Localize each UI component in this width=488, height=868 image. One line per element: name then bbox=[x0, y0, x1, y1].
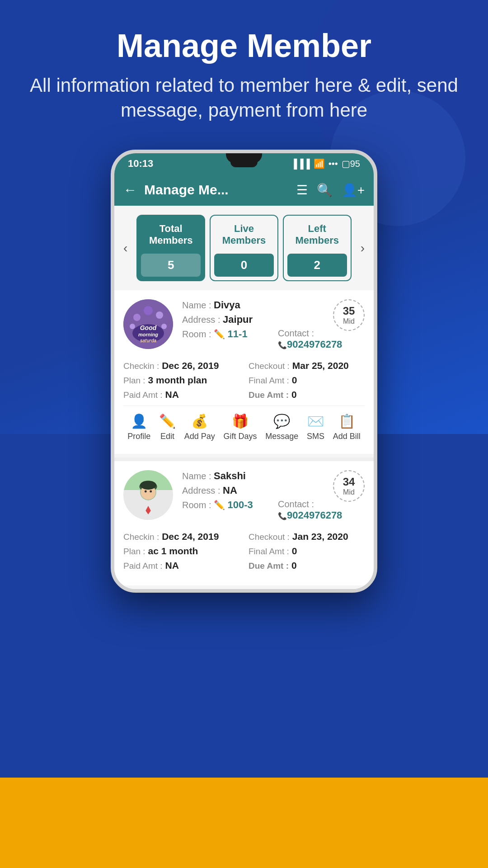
sakshi-avatar-svg bbox=[128, 479, 169, 520]
back-button[interactable]: ← bbox=[123, 182, 137, 198]
stat-left-value: 2 bbox=[287, 254, 347, 277]
sms-label: SMS bbox=[307, 432, 324, 441]
sakshi-due-amt-key: Due Amt : bbox=[249, 561, 289, 571]
sakshi-checkin-val: Dec 24, 2019 bbox=[162, 531, 219, 542]
sakshi-final-amt-val: 0 bbox=[292, 546, 297, 557]
stat-left-label: Left Members bbox=[284, 216, 351, 250]
sakshi-checkin-key: Checkin : bbox=[123, 532, 159, 542]
sakshi-room: 100-3 bbox=[228, 499, 253, 510]
app-content: ‹ TotalMembers 5 Live Members 0 Left Mem… bbox=[114, 206, 374, 589]
sms-action[interactable]: ✉️ SMS bbox=[307, 413, 324, 441]
addpay-label: Add Pay bbox=[184, 432, 215, 441]
app-bar-actions: ☰ 🔍 👤+ bbox=[296, 183, 365, 198]
avatar-divya: Good morning saturda bbox=[123, 299, 173, 349]
sakshi-checkout-val: Jan 23, 2020 bbox=[292, 531, 348, 542]
divya-checkout: Checkout : Mar 25, 2020 bbox=[249, 360, 365, 371]
due-amt-key: Due Amt : bbox=[249, 390, 289, 400]
checkout-key: Checkout : bbox=[249, 361, 290, 371]
sakshi-room-col: Room : ✏️ 100-3 bbox=[182, 499, 269, 521]
profile-icon: 👤 bbox=[131, 413, 147, 429]
next-chevron[interactable]: › bbox=[356, 236, 369, 260]
plan-key: Plan : bbox=[123, 376, 145, 386]
addbill-label: Add Bill bbox=[333, 432, 361, 441]
stat-card-live[interactable]: Live Members 0 bbox=[210, 215, 278, 281]
avatar-sakshi bbox=[123, 470, 173, 520]
sakshi-checkin: Checkin : Dec 24, 2019 bbox=[123, 531, 239, 542]
divya-room: 11-1 bbox=[228, 328, 248, 340]
divya-paid-amt-val: NA bbox=[165, 389, 179, 400]
giftdays-action[interactable]: 🎁 Gift Days bbox=[223, 413, 257, 441]
header-section: Manage Member All information related to… bbox=[0, 0, 488, 141]
message-icon: 💬 bbox=[273, 413, 290, 429]
stat-live-value: 0 bbox=[214, 254, 274, 277]
address-label: Address : bbox=[182, 315, 223, 325]
badge-label-sakshi: Mid bbox=[343, 488, 355, 496]
badge-label-divya: Mid bbox=[343, 317, 355, 326]
sakshi-due-amt-val: 0 bbox=[291, 560, 297, 571]
giftdays-label: Gift Days bbox=[223, 432, 257, 441]
stats-row: ‹ TotalMembers 5 Live Members 0 Left Mem… bbox=[114, 206, 374, 290]
prev-chevron[interactable]: ‹ bbox=[119, 236, 132, 260]
app-bar-title: Manage Me... bbox=[144, 182, 289, 198]
sakshi-contact: 9024976278 bbox=[287, 509, 342, 521]
search-icon[interactable]: 🔍 bbox=[317, 183, 333, 198]
add-member-icon[interactable]: 👤+ bbox=[342, 183, 365, 198]
card-divider bbox=[114, 458, 374, 461]
sakshi-contact-label: Contact : bbox=[278, 499, 314, 509]
sakshi-paid-amt-key: Paid Amt : bbox=[123, 561, 163, 571]
svg-point-15 bbox=[140, 481, 156, 490]
stat-card-total[interactable]: TotalMembers 5 bbox=[136, 215, 205, 281]
svg-point-2 bbox=[133, 314, 141, 321]
svg-text:saturda: saturda bbox=[140, 338, 157, 343]
sakshi-paid-amt-val: NA bbox=[165, 560, 179, 571]
divya-address: Jaipur bbox=[223, 314, 253, 325]
svg-point-5 bbox=[130, 324, 135, 329]
divya-room-contact: Room : ✏️ 11-1 Contact : 📞9024976278 bbox=[182, 328, 365, 350]
svg-text:Good: Good bbox=[140, 324, 157, 331]
filter-icon[interactable]: ☰ bbox=[296, 183, 308, 198]
checkin-key: Checkin : bbox=[123, 361, 159, 371]
sakshi-room-contact: Room : ✏️ 100-3 Contact : 📞9024976278 bbox=[182, 499, 365, 521]
svg-text:morning: morning bbox=[138, 332, 158, 337]
divya-name: Divya bbox=[214, 299, 240, 311]
profile-action[interactable]: 👤 Profile bbox=[127, 413, 150, 441]
sakshi-plan-val: ac 1 month bbox=[148, 546, 198, 557]
addbill-action[interactable]: 📋 Add Bill bbox=[333, 413, 361, 441]
stat-total-value: 5 bbox=[141, 254, 201, 277]
paid-amt-key: Paid Amt : bbox=[123, 390, 163, 400]
name-label: Name : bbox=[182, 300, 214, 310]
badge-num-sakshi: 34 bbox=[343, 476, 355, 488]
sakshi-contact-col: Contact : 📞9024976278 bbox=[278, 499, 365, 521]
battery-icon: ▢95 bbox=[342, 158, 360, 169]
divya-checkout-val: Mar 25, 2020 bbox=[292, 360, 349, 371]
sakshi-plan-key: Plan : bbox=[123, 547, 145, 557]
svg-point-3 bbox=[144, 306, 153, 315]
sakshi-paid-amt: Paid Amt : NA bbox=[123, 560, 239, 571]
page-subtitle: All information related to member here &… bbox=[0, 73, 488, 123]
addpay-action[interactable]: 💰 Add Pay bbox=[184, 413, 215, 441]
sakshi-room-label: Room : ✏️ bbox=[182, 500, 228, 510]
status-time: 10:13 bbox=[128, 158, 153, 170]
final-amt-key: Final Amt : bbox=[249, 376, 289, 386]
phone-icon-divya: 📞 bbox=[278, 341, 287, 349]
edit-action[interactable]: ✏️ Edit bbox=[159, 413, 176, 441]
sakshi-final-amt-key: Final Amt : bbox=[249, 547, 289, 557]
divya-checkin: Checkin : Dec 26, 2019 bbox=[123, 360, 239, 371]
divya-details-grid: Checkin : Dec 26, 2019 Checkout : Mar 25… bbox=[123, 360, 365, 400]
message-action[interactable]: 💬 Message bbox=[265, 413, 298, 441]
divya-room-col: Room : ✏️ 11-1 bbox=[182, 328, 269, 350]
contact-label: Contact : bbox=[278, 328, 314, 338]
sms-icon: ✉️ bbox=[307, 413, 324, 429]
phone-body: 10:13 ▐▐▐ 📶 ••• ▢95 ← Manage Me... ☰ 🔍 👤… bbox=[111, 150, 377, 593]
sakshi-checkout: Checkout : Jan 23, 2020 bbox=[249, 531, 365, 542]
dots-icon: ••• bbox=[328, 159, 338, 169]
divya-final-amt: Final Amt : 0 bbox=[249, 375, 365, 386]
divya-due-amt: Due Amt : 0 bbox=[249, 389, 365, 400]
stat-card-left[interactable]: Left Members 2 bbox=[283, 215, 352, 281]
svg-point-4 bbox=[156, 311, 163, 319]
sakshi-name-label: Name : bbox=[182, 471, 214, 481]
edit-icon: ✏️ bbox=[159, 413, 176, 429]
room-label: Room : ✏️ bbox=[182, 329, 228, 339]
divya-due-amt-val: 0 bbox=[291, 389, 297, 400]
message-label: Message bbox=[265, 432, 298, 441]
